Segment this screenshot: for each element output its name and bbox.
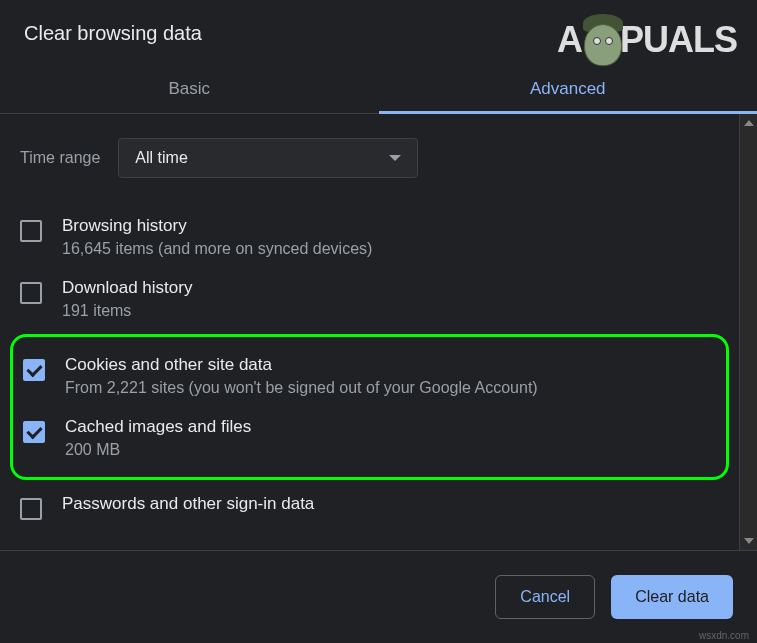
time-range-dropdown[interactable]: All time: [118, 138, 418, 178]
item-title: Browsing history: [62, 216, 719, 236]
item-content: Browsing history 16,645 items (and more …: [62, 216, 719, 258]
attribution-text: wsxdn.com: [699, 630, 749, 641]
item-browsing-history[interactable]: Browsing history 16,645 items (and more …: [20, 206, 719, 268]
time-range-label: Time range: [20, 149, 100, 167]
clear-data-button[interactable]: Clear data: [611, 575, 733, 619]
mascot-icon: [578, 10, 628, 70]
item-subtitle: 16,645 items (and more on synced devices…: [62, 240, 719, 258]
watermark-suffix: PUALS: [620, 19, 737, 61]
checkbox-cookies[interactable]: [23, 359, 45, 381]
scroll-down-button[interactable]: [740, 532, 757, 550]
item-title: Passwords and other sign-in data: [62, 494, 719, 514]
item-cache[interactable]: Cached images and files 200 MB: [23, 407, 716, 469]
cancel-button[interactable]: Cancel: [495, 575, 595, 619]
dialog-footer: Cancel Clear data: [0, 550, 757, 643]
item-content: Cookies and other site data From 2,221 s…: [65, 355, 716, 397]
time-range-value: All time: [135, 149, 187, 167]
item-subtitle: 191 items: [62, 302, 719, 320]
chevron-down-icon: [744, 538, 754, 544]
item-passwords[interactable]: Passwords and other sign-in data: [20, 484, 719, 530]
item-subtitle: From 2,221 sites (you won't be signed ou…: [65, 379, 716, 397]
item-title: Cached images and files: [65, 417, 716, 437]
chevron-down-icon: [389, 155, 401, 161]
checkbox-browsing-history[interactable]: [20, 220, 42, 242]
scroll-track[interactable]: [740, 132, 757, 532]
watermark-logo: A PUALS: [557, 10, 737, 70]
chevron-up-icon: [744, 120, 754, 126]
item-content: Download history 191 items: [62, 278, 719, 320]
item-download-history[interactable]: Download history 191 items: [20, 268, 719, 330]
tab-advanced[interactable]: Advanced: [379, 65, 758, 113]
highlight-annotation: Cookies and other site data From 2,221 s…: [10, 334, 729, 480]
tab-basic[interactable]: Basic: [0, 65, 379, 113]
time-range-row: Time range All time: [20, 138, 719, 178]
content-wrapper: Time range All time Browsing history 16,…: [0, 114, 757, 550]
scrollbar[interactable]: [739, 114, 757, 550]
scroll-up-button[interactable]: [740, 114, 757, 132]
item-title: Download history: [62, 278, 719, 298]
item-subtitle: 200 MB: [65, 441, 716, 459]
item-title: Cookies and other site data: [65, 355, 716, 375]
content-area: Time range All time Browsing history 16,…: [0, 114, 739, 550]
item-content: Passwords and other sign-in data: [62, 494, 719, 518]
clear-browsing-data-dialog: A PUALS Clear browsing data Basic Advanc…: [0, 0, 757, 643]
checkbox-download-history[interactable]: [20, 282, 42, 304]
tabs-container: Basic Advanced: [0, 65, 757, 114]
item-content: Cached images and files 200 MB: [65, 417, 716, 459]
checkbox-cache[interactable]: [23, 421, 45, 443]
item-cookies[interactable]: Cookies and other site data From 2,221 s…: [23, 345, 716, 407]
checkbox-passwords[interactable]: [20, 498, 42, 520]
